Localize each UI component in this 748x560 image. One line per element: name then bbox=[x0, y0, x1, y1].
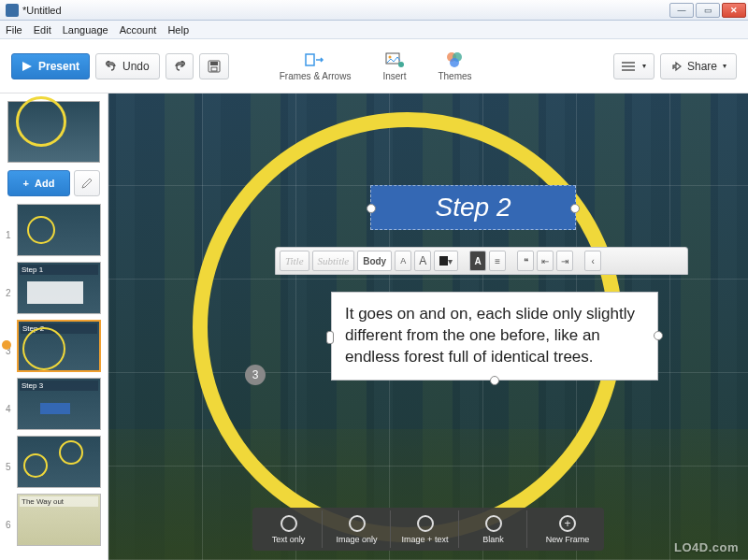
frametype-blank[interactable]: Blank bbox=[460, 510, 527, 548]
resize-handle-left[interactable] bbox=[326, 331, 334, 344]
share-icon bbox=[670, 61, 682, 72]
app-icon bbox=[6, 4, 19, 17]
menu-account[interactable]: Account bbox=[120, 24, 157, 36]
menubar: File Edit Language Account Help bbox=[0, 21, 748, 39]
add-frame-button[interactable]: + Add bbox=[7, 170, 70, 196]
window-minimize-button[interactable]: — bbox=[669, 3, 694, 18]
svg-rect-4 bbox=[306, 54, 314, 65]
edit-path-button[interactable] bbox=[74, 170, 100, 196]
svg-point-10 bbox=[450, 58, 459, 67]
menu-help[interactable]: Help bbox=[167, 24, 189, 36]
thumb-3[interactable]: 3 Step 2 bbox=[6, 320, 102, 372]
svg-rect-3 bbox=[211, 67, 217, 71]
themes-icon bbox=[444, 50, 465, 69]
share-button[interactable]: Share ▾ bbox=[660, 53, 737, 79]
menu-file[interactable]: File bbox=[6, 24, 22, 36]
svg-point-7 bbox=[398, 62, 404, 67]
present-label: Present bbox=[38, 60, 79, 73]
play-icon bbox=[22, 61, 33, 72]
bullet-list-button[interactable]: ≡ bbox=[489, 251, 506, 271]
thumb-5[interactable]: 5 bbox=[6, 436, 102, 488]
frames-arrows-tool[interactable]: Frames & Arrows bbox=[266, 50, 365, 81]
thumb-4[interactable]: 4 Step 3 bbox=[6, 378, 102, 430]
redo-icon bbox=[174, 61, 185, 72]
menu-edit[interactable]: Edit bbox=[34, 24, 51, 36]
text-format-toolbar: Title Subtitle Body A A ▾ A ≡ ❝ ⇤ ⇥ ‹ bbox=[275, 247, 688, 275]
style-body[interactable]: Body bbox=[357, 251, 392, 271]
overview-thumbnail[interactable] bbox=[7, 101, 100, 163]
frametype-image-only[interactable]: Image only bbox=[324, 510, 391, 548]
quote-button[interactable]: ❝ bbox=[517, 251, 534, 271]
menu-language[interactable]: Language bbox=[63, 24, 108, 36]
resize-handle-bottom[interactable] bbox=[490, 376, 499, 385]
undo-label: Undo bbox=[122, 60, 150, 73]
add-label: Add bbox=[35, 178, 54, 189]
thumb-1[interactable]: 1 bbox=[6, 204, 102, 256]
view-options-button[interactable]: ▾ bbox=[613, 53, 654, 79]
font-size-inc[interactable]: A bbox=[414, 251, 431, 271]
text-color[interactable]: ▾ bbox=[434, 251, 458, 271]
frametype-image-text[interactable]: Image + text bbox=[392, 510, 459, 548]
window-maximize-button[interactable]: ▭ bbox=[696, 3, 720, 18]
thumb-2[interactable]: 2 Step 1 bbox=[6, 262, 102, 314]
frame-type-bar: Text only Image only Image + text Blank … bbox=[252, 508, 604, 551]
frames-arrows-icon bbox=[305, 50, 325, 69]
frames-arrows-label: Frames & Arrows bbox=[280, 71, 352, 81]
themes-tool[interactable]: Themes bbox=[424, 50, 484, 81]
caret-down-icon: ▾ bbox=[642, 62, 646, 70]
undo-icon bbox=[106, 61, 117, 72]
path-thumbnails: 1 2 Step 1 3 Step 2 4 Step 3 5 6 The Way bbox=[0, 202, 108, 560]
text-editor: Title Subtitle Body A A ▾ A ≡ ❝ ⇤ ⇥ ‹ It… bbox=[275, 247, 688, 381]
share-label: Share bbox=[687, 60, 717, 73]
outdent-button[interactable]: ⇤ bbox=[537, 251, 554, 271]
save-button[interactable] bbox=[199, 53, 229, 79]
plus-icon: + bbox=[23, 178, 29, 189]
toolbar: Present Undo Frames & Arrows Insert Them… bbox=[0, 39, 748, 93]
canvas[interactable]: Step 2 3 Title Subtitle Body A A ▾ A ≡ ❝… bbox=[108, 93, 748, 560]
save-icon bbox=[208, 60, 221, 73]
body-text: It goes on and on, each slide only sligh… bbox=[345, 305, 635, 366]
thumb-6[interactable]: 6 The Way out bbox=[6, 494, 102, 546]
main-area: + Add 1 2 Step 1 3 Step 2 4 Step 3 bbox=[0, 93, 748, 560]
indent-button[interactable]: ⇥ bbox=[556, 251, 573, 271]
frametype-text-only[interactable]: Text only bbox=[255, 510, 323, 548]
more-button[interactable]: ‹ bbox=[584, 251, 601, 271]
svg-point-6 bbox=[388, 56, 391, 59]
window-close-button[interactable]: ✕ bbox=[722, 3, 746, 18]
redo-button[interactable] bbox=[165, 53, 194, 79]
caret-down-icon: ▾ bbox=[723, 62, 726, 70]
watermark: LO4D.com bbox=[674, 540, 739, 554]
present-button[interactable]: Present bbox=[11, 53, 90, 79]
svg-rect-2 bbox=[210, 62, 218, 65]
resize-handle-right[interactable] bbox=[654, 331, 663, 340]
insert-icon bbox=[384, 50, 405, 69]
bold-button[interactable]: A bbox=[469, 251, 486, 271]
insert-tool[interactable]: Insert bbox=[369, 50, 419, 81]
undo-button[interactable]: Undo bbox=[95, 53, 160, 79]
window-titlebar: *Untitled — ▭ ✕ bbox=[0, 0, 748, 21]
svg-marker-0 bbox=[22, 62, 32, 71]
font-size-dec[interactable]: A bbox=[395, 251, 411, 271]
frame-title[interactable]: Step 2 bbox=[370, 185, 576, 230]
style-title[interactable]: Title bbox=[280, 251, 309, 271]
list-icon bbox=[622, 62, 635, 71]
insert-label: Insert bbox=[382, 71, 406, 81]
themes-label: Themes bbox=[438, 71, 471, 81]
new-frame-button[interactable]: New Frame bbox=[534, 510, 601, 548]
pencil-icon bbox=[81, 178, 93, 189]
style-subtitle[interactable]: Subtitle bbox=[312, 251, 355, 271]
body-textbox[interactable]: It goes on and on, each slide only sligh… bbox=[331, 292, 658, 381]
sidebar: + Add 1 2 Step 1 3 Step 2 4 Step 3 bbox=[0, 93, 108, 560]
path-step-badge[interactable]: 3 bbox=[245, 365, 266, 385]
window-title: *Untitled bbox=[22, 5, 669, 16]
